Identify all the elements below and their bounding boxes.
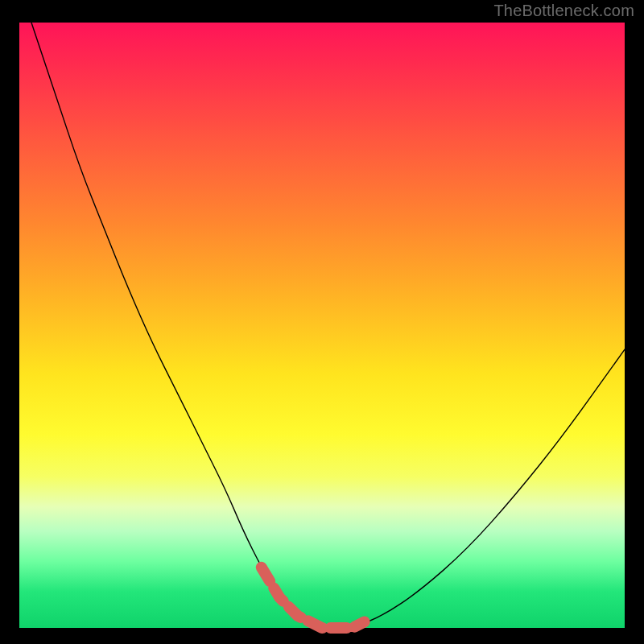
chart-plot-area xyxy=(19,23,625,628)
optimal-window-highlight xyxy=(262,568,365,628)
chart-svg xyxy=(19,23,625,628)
outer-frame: TheBottleneck.com xyxy=(0,0,644,644)
watermark-text: TheBottleneck.com xyxy=(493,2,634,20)
bottleneck-curve xyxy=(31,23,625,628)
